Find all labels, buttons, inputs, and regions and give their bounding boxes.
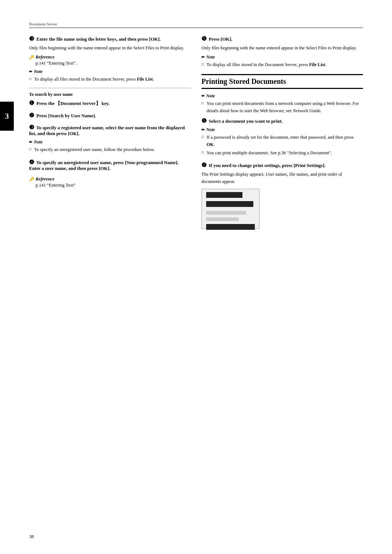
note5-block: Note If a password is already set for th… bbox=[201, 127, 363, 156]
step5-num: ❺ bbox=[201, 35, 207, 42]
note2-block: Note To specify an unregistered user nam… bbox=[29, 139, 191, 153]
step3-num: ❸ bbox=[29, 35, 34, 42]
ps-row3 bbox=[204, 211, 257, 215]
note1-item1: To display all files stored in the Docum… bbox=[29, 76, 191, 83]
step4-header: ❹ To specify an unregistered user name, … bbox=[29, 159, 191, 171]
divider1 bbox=[29, 88, 191, 88]
ps-row2 bbox=[204, 201, 257, 207]
step2-print-num: ❷ bbox=[201, 162, 207, 168]
step3-header: ❸ Enter the file name using the letter k… bbox=[29, 35, 191, 42]
main-content: ❸ Enter the file name using the letter k… bbox=[29, 35, 363, 234]
step3b-block: ❸ To specify a registered user name, sel… bbox=[29, 124, 191, 153]
ps-bar-4 bbox=[206, 217, 239, 221]
note5-label: Note bbox=[201, 127, 363, 133]
step2-print-text: If you need to change print settings, pr… bbox=[209, 163, 326, 168]
right-column: ❺ Press [OK]. Only files beginning with … bbox=[201, 35, 363, 234]
step3b-heading-text: To specify a registered user name, selec… bbox=[29, 125, 185, 136]
step2-print-header: ❷ If you need to change print settings, … bbox=[201, 162, 363, 168]
step1-search-text: Press the 【Document Server】 key. bbox=[36, 101, 110, 106]
step3b-header: ❸ To specify a registered user name, sel… bbox=[29, 124, 191, 137]
ps-row1 bbox=[204, 192, 257, 198]
section-heading-printing: Printing Stored Documents bbox=[201, 74, 363, 89]
ps-row4 bbox=[204, 217, 257, 221]
step3b-num: ❸ bbox=[29, 124, 34, 131]
step1-print-header: ❶ Select a document you want to print. bbox=[201, 117, 363, 124]
ps-bar-1 bbox=[206, 192, 242, 198]
step2-print-body: The Print Settings display appears. User… bbox=[201, 171, 363, 185]
note1-block: Note To display all files stored in the … bbox=[29, 69, 191, 83]
step5-body: Only files beginning with the name enter… bbox=[201, 44, 363, 52]
note1-label: Note bbox=[29, 69, 191, 74]
note5-item1: If a password is already set for the doc… bbox=[201, 134, 363, 148]
left-column: ❸ Enter the file name using the letter k… bbox=[29, 35, 191, 234]
step2-search-block: ❷ Press [Search by User Name]. bbox=[29, 112, 191, 119]
chapter-tab: 3 bbox=[0, 102, 14, 131]
step2-search-header: ❷ Press [Search by User Name]. bbox=[29, 112, 191, 119]
note4-label: Note bbox=[201, 93, 363, 99]
step2-search-text: Press [Search by User Name]. bbox=[36, 113, 96, 118]
reference2-block: Reference p.141 “Entering Text” bbox=[29, 176, 191, 188]
reference2-text: p.141 “Entering Text” bbox=[29, 183, 191, 188]
ps-bar-5 bbox=[206, 224, 255, 230]
step5-heading-text: Press [OK]. bbox=[209, 36, 232, 42]
ps-row5 bbox=[204, 224, 257, 230]
search-by-user-label: To search by user name bbox=[29, 92, 191, 97]
step4-heading-text: To specify an unregistered user name, pr… bbox=[29, 160, 179, 171]
note3-item1: To display all files stored in the Docum… bbox=[201, 61, 363, 68]
ps-bar-2 bbox=[206, 201, 253, 207]
step2-search-num: ❷ bbox=[29, 112, 34, 119]
step1-print-text: Select a document you want to print. bbox=[209, 118, 282, 124]
reference1-block: Reference p.141 “Entering Text”. bbox=[29, 54, 191, 66]
note2-item1: To specify an unregistered user name, fo… bbox=[29, 146, 191, 153]
step3-heading-text: Enter the file name using the letter key… bbox=[36, 36, 161, 42]
note3-block: Note To display all files stored in the … bbox=[201, 54, 363, 68]
step1-search-block: ❶ Press the 【Document Server】 key. bbox=[29, 99, 191, 107]
step3-body: Only files beginning with the name enter… bbox=[29, 44, 191, 52]
note2-label: Note bbox=[29, 139, 191, 145]
note4-item1: You can print stored documents from a ne… bbox=[201, 100, 363, 114]
reference1-text: p.141 “Entering Text”. bbox=[29, 61, 191, 66]
step2-print-block: ❷ If you need to change print settings, … bbox=[201, 162, 363, 229]
ps-area bbox=[202, 189, 259, 233]
step4-block: ❹ To specify an unregistered user name, … bbox=[29, 159, 191, 171]
step5-block: ❺ Press [OK]. Only files beginning with … bbox=[201, 35, 363, 68]
page-number: 38 bbox=[29, 534, 34, 539]
chapter-number: 3 bbox=[5, 111, 9, 121]
step1-search-header: ❶ Press the 【Document Server】 key. bbox=[29, 99, 191, 107]
step4-num: ❹ bbox=[29, 159, 34, 166]
step1-search-num: ❶ bbox=[29, 99, 34, 106]
note5-item2: You can print multiple documents. See p.… bbox=[201, 150, 363, 156]
print-settings-screenshot bbox=[201, 189, 260, 229]
page: Document Server 3 ❸ Enter the file name … bbox=[0, 0, 392, 554]
step5-header: ❺ Press [OK]. bbox=[201, 35, 363, 42]
reference2-label: Reference bbox=[29, 176, 191, 182]
step3-block: ❸ Enter the file name using the letter k… bbox=[29, 35, 191, 83]
note3-label: Note bbox=[201, 54, 363, 60]
note4-block: Note You can print stored documents from… bbox=[201, 93, 363, 114]
header-bar: Document Server bbox=[29, 22, 363, 28]
reference1-label: Reference bbox=[29, 54, 191, 60]
ps-bar-3 bbox=[206, 211, 246, 215]
step1-print-block: ❶ Select a document you want to print. N… bbox=[201, 117, 363, 156]
header-title: Document Server bbox=[29, 22, 57, 26]
step1-print-num: ❶ bbox=[201, 117, 207, 124]
